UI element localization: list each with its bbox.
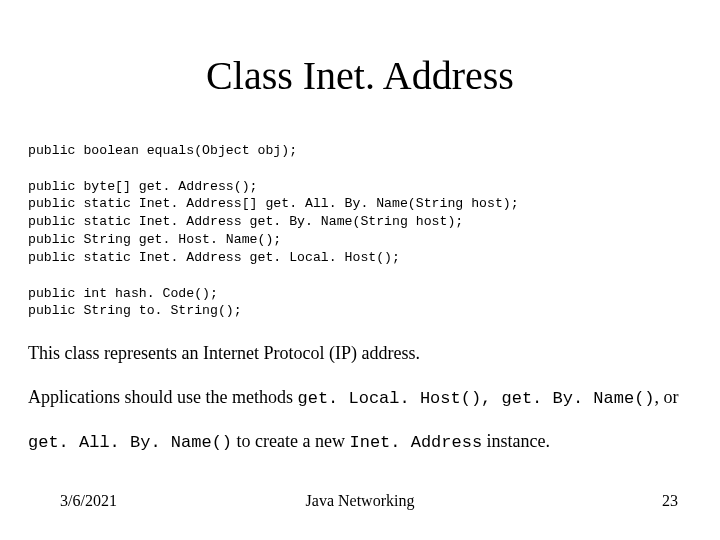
- p3-text-d: instance.: [482, 431, 550, 451]
- paragraph-2: Applications should use the methods get.…: [28, 384, 692, 412]
- slide-title: Class Inet. Address: [0, 52, 720, 99]
- p3-code-c: Inet. Address: [349, 433, 482, 452]
- p2-code: get. Local. Host(), get. By. Name(): [297, 389, 654, 408]
- p2-text-c: , or: [655, 387, 679, 407]
- footer-title: Java Networking: [0, 492, 720, 510]
- paragraph-3: get. All. By. Name() to create a new Ine…: [28, 428, 692, 456]
- p3-text-b: to create a new: [232, 431, 349, 451]
- slide: Class Inet. Address public boolean equal…: [0, 0, 720, 540]
- p3-code-a: get. All. By. Name(): [28, 433, 232, 452]
- footer-page: 23: [662, 492, 678, 510]
- body-text: This class represents an Internet Protoc…: [28, 340, 692, 473]
- code-block: public boolean equals(Object obj); publi…: [28, 142, 519, 320]
- paragraph-1: This class represents an Internet Protoc…: [28, 340, 692, 368]
- p2-text-a: Applications should use the methods: [28, 387, 297, 407]
